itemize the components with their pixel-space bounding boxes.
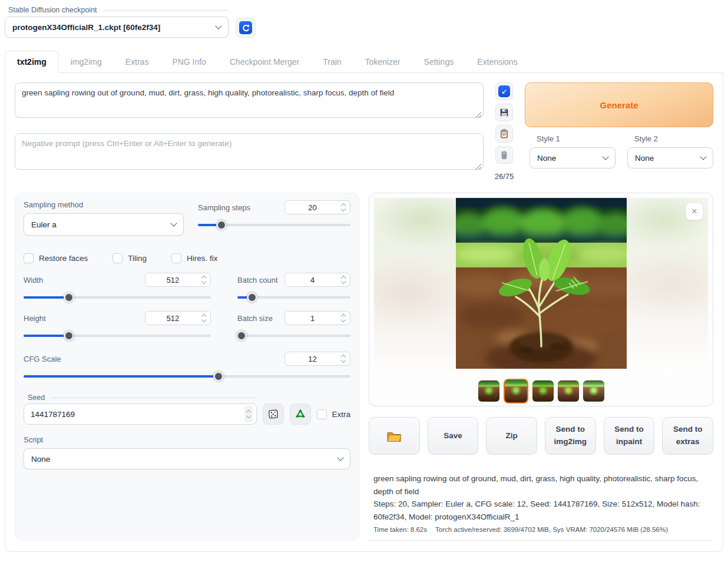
seed-value: 1441787169 bbox=[31, 410, 244, 419]
hires-fix-checkbox[interactable]: Hires. fix bbox=[171, 253, 218, 263]
height-input[interactable]: 512 bbox=[145, 311, 211, 325]
save-style-button[interactable] bbox=[495, 104, 513, 121]
thumbnail-3[interactable] bbox=[532, 381, 554, 402]
extra-seed-checkbox[interactable]: Extra bbox=[317, 409, 350, 425]
send-to-inpaint-button[interactable]: Send to inpaint bbox=[604, 417, 655, 455]
batch-size-input[interactable]: 1 bbox=[284, 311, 350, 325]
send-to-extras-button[interactable]: Send to extras bbox=[662, 417, 713, 455]
clear-prompt-button[interactable] bbox=[495, 146, 513, 164]
script-value: None bbox=[31, 455, 50, 464]
info-params-text: Steps: 20, Sampler: Euler a, CFG scale: … bbox=[373, 498, 709, 523]
seed-input[interactable]: 1441787169 bbox=[24, 403, 257, 425]
stepper-arrows[interactable] bbox=[200, 276, 207, 283]
negative-prompt-input[interactable] bbox=[15, 133, 484, 170]
sampling-method-value: Euler a bbox=[31, 220, 57, 229]
height-label: Height bbox=[24, 314, 46, 323]
cfg-scale-input[interactable]: 12 bbox=[284, 352, 350, 366]
chevron-down-icon bbox=[170, 220, 177, 226]
thumbnail-2-selected[interactable] bbox=[504, 379, 528, 403]
refresh-checkpoints-button[interactable] bbox=[236, 18, 256, 38]
zip-button[interactable]: Zip bbox=[486, 417, 537, 455]
checkbox[interactable] bbox=[317, 409, 327, 419]
stepper-arrows[interactable] bbox=[340, 355, 347, 362]
restore-faces-checkbox[interactable]: Restore faces bbox=[24, 253, 88, 263]
checkpoint-dropdown[interactable]: protogenX34OfficialR_1.ckpt [60fe2f34] bbox=[5, 16, 229, 38]
thumbnail-1[interactable] bbox=[478, 381, 499, 402]
chevron-down-icon bbox=[700, 153, 706, 160]
gallery-faded-left bbox=[374, 198, 456, 373]
checkbox[interactable] bbox=[171, 253, 181, 263]
style2-label: Style 2 bbox=[627, 134, 713, 143]
tiling-label: Tiling bbox=[128, 254, 147, 263]
dice-icon bbox=[267, 408, 279, 420]
checkbox[interactable] bbox=[24, 253, 34, 263]
tab-settings[interactable]: Settings bbox=[412, 51, 466, 72]
close-gallery-button[interactable]: × bbox=[686, 203, 703, 220]
prompt-input[interactable]: green sapling rowing out of ground, mud,… bbox=[15, 82, 484, 118]
tab-extensions[interactable]: Extensions bbox=[465, 51, 529, 72]
sampling-steps-input[interactable]: 20 bbox=[284, 200, 350, 214]
width-slider[interactable] bbox=[24, 292, 211, 303]
open-folder-button[interactable] bbox=[369, 417, 420, 455]
thumbnail-5[interactable] bbox=[583, 381, 604, 402]
sampling-steps-slider[interactable] bbox=[198, 220, 350, 230]
tab-png-info[interactable]: PNG Info bbox=[160, 51, 218, 72]
batch-count-label: Batch count bbox=[237, 276, 278, 284]
style1-dropdown[interactable]: None bbox=[530, 147, 616, 168]
style1-label: Style 1 bbox=[530, 134, 616, 143]
apply-style-button[interactable] bbox=[495, 125, 513, 143]
thumbnail-strip bbox=[374, 379, 708, 403]
chevron-down-icon bbox=[337, 454, 343, 461]
checkpoint-value: protogenX34OfficialR_1.ckpt [60fe2f34] bbox=[12, 23, 160, 32]
parameters-panel: Sampling method Euler a Sampling steps 2… bbox=[15, 193, 359, 541]
stepper-arrows[interactable] bbox=[244, 406, 253, 422]
style1-value: None bbox=[537, 154, 556, 163]
time-taken-text: Time taken: 8.62s bbox=[373, 526, 427, 533]
width-input[interactable]: 512 bbox=[145, 273, 211, 287]
reuse-seed-button[interactable] bbox=[290, 403, 311, 425]
close-icon: × bbox=[691, 206, 697, 217]
script-dropdown[interactable]: None bbox=[24, 448, 350, 469]
height-slider[interactable] bbox=[24, 330, 211, 341]
style2-dropdown[interactable]: None bbox=[627, 147, 713, 168]
restore-faces-label: Restore faces bbox=[39, 254, 88, 263]
random-seed-button[interactable] bbox=[263, 403, 284, 425]
trash-icon bbox=[499, 150, 509, 160]
send-to-img2img-button[interactable]: Send to img2img bbox=[545, 417, 596, 455]
width-label: Width bbox=[24, 276, 43, 284]
arrow-lower-left-icon: ↙ bbox=[498, 85, 510, 97]
generate-button[interactable]: Generate bbox=[525, 82, 713, 127]
batch-count-input[interactable]: 4 bbox=[284, 273, 350, 287]
extra-label: Extra bbox=[332, 410, 350, 419]
tab-extras[interactable]: Extras bbox=[114, 51, 161, 72]
save-button[interactable]: Save bbox=[428, 417, 479, 455]
stepper-arrows[interactable] bbox=[340, 315, 347, 322]
batch-size-value: 1 bbox=[285, 314, 340, 323]
tab-train[interactable]: Train bbox=[311, 51, 353, 72]
tab-checkpoint-merger[interactable]: Checkpoint Merger bbox=[218, 51, 311, 72]
info-prompt-text: green sapling rowing out of ground, mud,… bbox=[373, 472, 709, 498]
tab-txt2img[interactable]: txt2img bbox=[5, 51, 59, 73]
generation-info: green sapling rowing out of ground, mud,… bbox=[369, 472, 713, 541]
batch-size-slider[interactable] bbox=[237, 330, 350, 341]
tiling-checkbox[interactable]: Tiling bbox=[112, 253, 147, 263]
stepper-arrows[interactable] bbox=[340, 276, 347, 283]
clipboard-icon bbox=[499, 128, 509, 139]
paste-generation-params-button[interactable]: ↙ bbox=[495, 82, 513, 100]
thumbnail-4[interactable] bbox=[558, 381, 579, 402]
stepper-arrows[interactable] bbox=[340, 204, 347, 211]
tab-tokenizer[interactable]: Tokenizer bbox=[353, 51, 412, 72]
tab-img2img[interactable]: img2img bbox=[59, 51, 114, 72]
txt2img-panel: green sapling rowing out of ground, mud,… bbox=[5, 73, 723, 552]
cfg-scale-slider[interactable] bbox=[24, 371, 350, 382]
sampling-method-dropdown[interactable]: Euler a bbox=[24, 213, 184, 236]
cfg-scale-label: CFG Scale bbox=[24, 355, 61, 363]
seed-label: Seed bbox=[24, 393, 257, 402]
width-value: 512 bbox=[145, 276, 200, 284]
quicksettings-bar: Stable Diffusion checkpoint protogenX34O… bbox=[0, 0, 728, 38]
checkbox[interactable] bbox=[112, 253, 123, 263]
batch-count-slider[interactable] bbox=[237, 292, 350, 303]
stepper-arrows[interactable] bbox=[200, 315, 207, 322]
generated-image[interactable] bbox=[456, 198, 627, 373]
output-gallery: × bbox=[369, 193, 713, 406]
